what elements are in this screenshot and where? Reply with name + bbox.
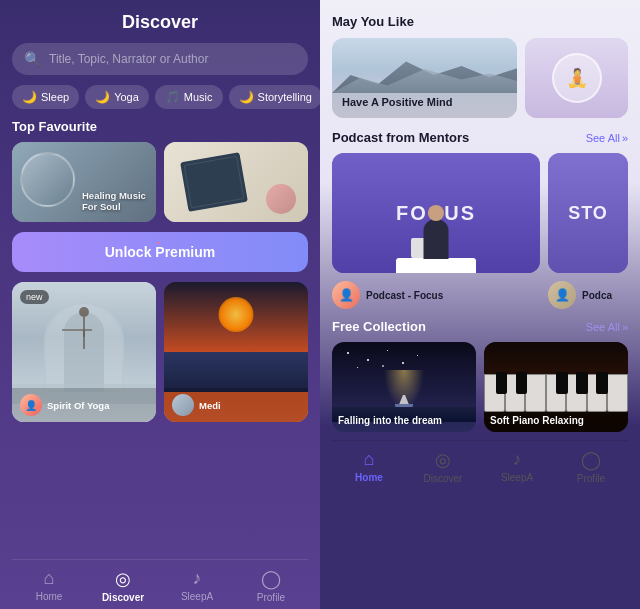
podcast-info-row: 👤 Podcast - Focus 👤 Podca	[332, 281, 628, 309]
yoga-card-info: 👤 Spirit Of Yoga	[12, 388, 156, 422]
person-circle: 🧘	[552, 53, 602, 103]
music-icon: 🎵	[165, 90, 180, 104]
may-card-small[interactable]: 🧘	[525, 38, 628, 118]
yoga-title: Spirit Of Yoga	[47, 400, 109, 411]
podcast-sto-avatar: 👤	[548, 281, 576, 309]
podcast-sto-info: 👤 Podca	[548, 281, 628, 309]
top-favourite-label: Top Favourite	[12, 119, 308, 134]
may-card-positive-mind[interactable]: Have A Positive Mind	[332, 38, 517, 118]
nav-sleepa-right[interactable]: ♪ SleepA	[480, 449, 554, 484]
black-key-4	[576, 372, 588, 394]
medi-title: Medi	[199, 400, 221, 411]
chevron-right-icon: »	[622, 132, 628, 144]
medi-avatar	[172, 394, 194, 416]
filter-tabs: 🌙 Sleep 🌙 Yoga 🎵 Music 🌙 Storytelling	[12, 85, 308, 109]
podcast-section-title: Podcast from Mentors	[332, 130, 469, 145]
filter-sleep[interactable]: 🌙 Sleep	[12, 85, 79, 109]
new-badge: new	[20, 290, 49, 304]
dream-card-title: Falling into the dream	[338, 415, 470, 426]
filter-music[interactable]: 🎵 Music	[155, 85, 223, 109]
unlock-premium-button[interactable]: Unlock Premium	[12, 232, 308, 272]
may-you-like-title: May You Like	[332, 14, 414, 29]
free-collection-title: Free Collection	[332, 319, 426, 334]
podcast-sto-label: STO	[568, 203, 608, 224]
featured-card-yoga[interactable]: new 👤 Spirit Of Yoga	[12, 282, 156, 422]
nav-home-label-left: Home	[36, 591, 63, 602]
nav-sleepa-label-right: SleepA	[501, 472, 533, 483]
nav-discover-left[interactable]: ◎ Discover	[86, 568, 160, 603]
podcast-focus-info: 👤 Podcast - Focus	[332, 281, 540, 309]
profile-icon-right: ◯	[581, 449, 601, 471]
left-bottom-nav: ⌂ Home ◎ Discover ♪ SleepA ◯ Profile	[12, 559, 308, 609]
sleep-icon: 🌙	[22, 90, 37, 104]
piano-card-title: Soft Piano Relaxing	[490, 415, 622, 426]
nav-discover-right[interactable]: ◎ Discover	[406, 449, 480, 484]
medi-card-info: Medi	[164, 388, 308, 422]
mug-decoration	[266, 184, 296, 214]
filter-storytelling[interactable]: 🌙 Storytelling	[229, 85, 320, 109]
sleepa-icon-left: ♪	[193, 568, 202, 589]
free-see-all[interactable]: See All »	[586, 321, 628, 333]
right-bottom-nav: ⌂ Home ◎ Discover ♪ SleepA ◯ Profile	[332, 440, 628, 490]
healing-label: Healing Music For Soul	[82, 190, 148, 212]
sleepa-icon-right: ♪	[513, 449, 522, 470]
podcast-sto-title: Podca	[582, 290, 612, 301]
nav-discover-label-left: Discover	[102, 592, 144, 603]
podcast-focus-avatar: 👤	[332, 281, 360, 309]
nav-profile-label-left: Profile	[257, 592, 285, 603]
nav-sleepa-label-left: SleepA	[181, 591, 213, 602]
home-icon-right: ⌂	[364, 449, 375, 470]
podcast-focus-title: Podcast - Focus	[366, 290, 443, 301]
nav-home-left[interactable]: ⌂ Home	[12, 568, 86, 603]
right-panel: May You Like Have A Positive Mind 🧘 Podc…	[320, 0, 640, 609]
sunset-orb	[219, 297, 254, 332]
top-favourite-row: Healing Music For Soul	[12, 142, 308, 222]
free-cards-row: Falling into the dream Soft Piano Relax	[332, 342, 628, 432]
fav-card-notebook[interactable]	[164, 142, 308, 222]
podcast-see-all[interactable]: See All »	[586, 132, 628, 144]
nav-profile-right[interactable]: ◯ Profile	[554, 449, 628, 484]
discover-title: Discover	[12, 12, 308, 33]
free-card-piano[interactable]: Soft Piano Relaxing	[484, 342, 628, 432]
discover-icon-left: ◎	[115, 568, 131, 590]
search-bar[interactable]: 🔍 Title, Topic, Narrator or Author	[12, 43, 308, 75]
positive-mind-title: Have A Positive Mind	[342, 96, 507, 108]
podcast-focus-card[interactable]: FOCUS	[332, 153, 540, 273]
featured-row: new 👤 Spirit Of Yoga Medi	[12, 282, 308, 551]
nav-profile-label-right: Profile	[577, 473, 605, 484]
nav-profile-left[interactable]: ◯ Profile	[234, 568, 308, 603]
search-placeholder-text: Title, Topic, Narrator or Author	[49, 52, 208, 66]
fav-card-healing[interactable]: Healing Music For Soul	[12, 142, 156, 222]
black-key-5	[596, 372, 608, 394]
black-key-2	[516, 372, 528, 394]
storytelling-icon: 🌙	[239, 90, 254, 104]
nav-home-label-right: Home	[355, 472, 383, 483]
podcast-section: FOCUS STO	[332, 153, 628, 309]
home-icon-left: ⌂	[44, 568, 55, 589]
left-panel: Discover 🔍 Title, Topic, Narrator or Aut…	[0, 0, 320, 609]
black-key-3	[556, 372, 568, 394]
notebook-decoration	[180, 152, 248, 212]
podcast-section-header: Podcast from Mentors See All »	[332, 130, 628, 145]
filter-yoga[interactable]: 🌙 Yoga	[85, 85, 149, 109]
discover-icon-right: ◎	[435, 449, 451, 471]
black-key-1	[496, 372, 508, 394]
podcast-sto-card[interactable]: STO	[548, 153, 628, 273]
yoga-avatar: 👤	[20, 394, 42, 416]
nav-home-right[interactable]: ⌂ Home	[332, 449, 406, 484]
search-icon: 🔍	[24, 51, 41, 67]
nav-discover-label-right: Discover	[424, 473, 463, 484]
yoga-icon: 🌙	[95, 90, 110, 104]
profile-icon-left: ◯	[261, 568, 281, 590]
nav-sleepa-left[interactable]: ♪ SleepA	[160, 568, 234, 603]
podcast-person-figure	[396, 203, 476, 273]
featured-card-medi[interactable]: Medi	[164, 282, 308, 422]
may-like-row: Have A Positive Mind 🧘	[332, 38, 628, 118]
free-chevron-icon: »	[622, 321, 628, 333]
free-collection-header: Free Collection See All »	[332, 319, 628, 334]
may-you-like-header: May You Like	[332, 12, 628, 30]
podcast-cards-row: FOCUS STO	[332, 153, 628, 273]
free-card-dream[interactable]: Falling into the dream	[332, 342, 476, 432]
